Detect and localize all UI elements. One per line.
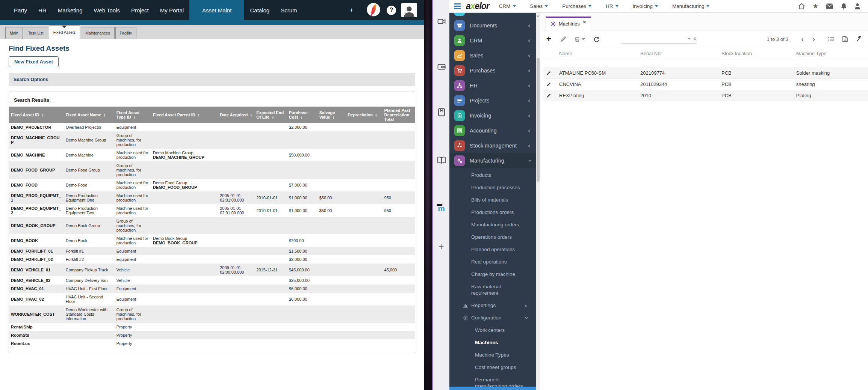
sort-icon[interactable]: ▲▼: [333, 116, 335, 119]
fixed-asset-id-cell[interactable]: DEMO_BOOK: [9, 234, 64, 247]
column-header-machine-type[interactable]: Machine Type: [793, 48, 868, 59]
column-header-expected-end-of-life[interactable]: Expected End Of Life▲▼: [254, 107, 287, 123]
menu-hr[interactable]: HR: [606, 3, 618, 9]
sidebar-item-documents[interactable]: Documents‹: [449, 18, 536, 33]
search-options-caret[interactable]: [688, 38, 691, 40]
fixed-asset-id-cell[interactable]: WORKCENTER_COST: [9, 306, 64, 323]
ofbiz-nav-item-web-tools[interactable]: Web Tools: [88, 0, 126, 20]
fixed-asset-id-cell[interactable]: DEMO_VEHICLE_01: [9, 264, 64, 276]
sidebar-item-projects[interactable]: Projects‹: [449, 93, 536, 108]
sidebar-item-productions-orders[interactable]: Productions orders: [449, 206, 534, 218]
sidebar-item-planned-operations[interactable]: Planned operations: [449, 243, 534, 256]
ofbiz-nav-item-catalog[interactable]: Catalog: [244, 0, 275, 20]
menu-sales[interactable]: Sales: [530, 3, 548, 9]
video-camera-icon[interactable]: [437, 17, 446, 26]
fixed-asset-id-cell[interactable]: DEMO_FOOD: [9, 179, 64, 191]
sidebar-item-manufacturing[interactable]: Manufacturing‹: [449, 153, 536, 168]
sidebar-item-crm[interactable]: CRM‹: [449, 33, 536, 48]
fixed-asset-id-cell[interactable]: DEMO_PROJECTOR: [9, 123, 64, 131]
tab-facility[interactable]: Facility: [115, 27, 137, 39]
sort-icon[interactable]: ▲▼: [103, 114, 106, 117]
sidebar-scrollbar[interactable]: ▲: [536, 13, 540, 390]
fixed-asset-id-cell[interactable]: DEMO_FORKLIFT_02: [9, 255, 64, 264]
home-icon[interactable]: [798, 3, 805, 9]
grid-search-field[interactable]: [622, 35, 697, 44]
ofbiz-nav-item-marketing[interactable]: Marketing: [52, 0, 88, 20]
user-icon[interactable]: [854, 3, 860, 9]
sidebar-item-configuration[interactable]: Configuration‹: [449, 312, 534, 324]
sort-icon[interactable]: ▲▼: [250, 114, 252, 117]
column-header-fixed-asset-name[interactable]: Fixed Asset Name▲▼: [64, 107, 115, 123]
sidebar-item-hr[interactable]: HR‹: [449, 78, 536, 93]
bell-icon[interactable]: [841, 3, 847, 10]
search-input[interactable]: [622, 36, 688, 42]
fixed-asset-id-cell[interactable]: DEMO_PROD_EQUIPMT_2: [9, 204, 64, 217]
delete-dropdown-caret[interactable]: [582, 38, 585, 40]
refresh-button[interactable]: [593, 36, 600, 42]
close-tab-icon[interactable]: ✕: [583, 20, 586, 25]
ofbiz-nav-item-project[interactable]: Project: [126, 0, 154, 20]
edit-pencil-icon[interactable]: [546, 71, 553, 75]
column-header-date-acquired[interactable]: Date Acquired▲▼: [218, 107, 254, 123]
sidebar-item-invoicing[interactable]: Invoicing‹: [449, 108, 536, 123]
sort-icon[interactable]: ▲▼: [198, 114, 200, 117]
ofbiz-nav-item-scrum[interactable]: Scrum: [275, 0, 302, 20]
edit-pencil-icon[interactable]: [546, 93, 553, 98]
sidebar-item-operations-orders[interactable]: Operations orders: [449, 231, 534, 243]
machine-row[interactable]: CNCVINA2011029344PCBshearing: [543, 79, 868, 90]
ofbiz-nav-item-my-portal[interactable]: My Portal: [154, 0, 189, 20]
tab-task-list[interactable]: Task List: [24, 27, 48, 39]
sidebar-item-machine-types[interactable]: Machine Types: [449, 349, 534, 361]
scrollbar-thumb[interactable]: [537, 58, 540, 182]
fixed-asset-id-cell[interactable]: DEMO_MACHINE: [9, 149, 64, 161]
menu-crm[interactable]: CRM: [499, 3, 516, 9]
fixed-asset-id-cell[interactable]: DEMO_MACHINE_GROUP: [9, 131, 64, 149]
menu-purchases[interactable]: Purchases: [562, 3, 591, 9]
column-header-name[interactable]: Name: [556, 48, 637, 59]
fixed-asset-id-cell[interactable]: RoomLux: [9, 339, 64, 348]
sidebar-item-raw-material-requirement[interactable]: Raw material requirement: [449, 280, 534, 299]
sidebar-item-cost-sheet-groups[interactable]: Cost sheet groups: [449, 361, 534, 373]
sidebar-item-real-operations[interactable]: Real operations: [449, 256, 534, 268]
wrench-settings-icon[interactable]: [856, 36, 862, 42]
sidebar-item-accounting[interactable]: Accounting‹: [449, 123, 536, 138]
wallet-icon[interactable]: [437, 62, 446, 72]
fixed-asset-id-cell[interactable]: RentalShip: [9, 323, 64, 331]
fixed-asset-id-cell[interactable]: RoomStd: [9, 331, 64, 339]
machine-row[interactable]: REXPlating2010PCBPlating: [543, 90, 868, 101]
scrollbar-up-arrow[interactable]: ▲: [537, 14, 539, 17]
column-header-fixed-asset-type-id[interactable]: Fixed Asset Type ID▲▼: [115, 107, 151, 123]
fixed-asset-id-cell[interactable]: DEMO_PROD_EQUIPMT_1: [9, 191, 64, 204]
fixed-asset-id-cell[interactable]: DEMO_FOOD_GROUP: [9, 161, 64, 179]
sidebar-item-machines[interactable]: Machines: [449, 336, 534, 349]
search-icon[interactable]: [693, 36, 697, 42]
ofbiz-nav-item-party[interactable]: Party: [8, 0, 33, 20]
star-icon[interactable]: ★: [813, 2, 818, 10]
column-header-purchase-cost[interactable]: Purchase Cost▲▼: [287, 107, 318, 123]
tab-machines[interactable]: Machines ✕: [546, 17, 591, 30]
sort-icon[interactable]: ▲▼: [41, 114, 44, 117]
search-options-bar[interactable]: Search Options: [9, 73, 415, 86]
column-header-depreciation[interactable]: Depreciation▲▼: [346, 107, 382, 123]
add-record-button[interactable]: +: [546, 35, 551, 43]
tab-maintenances[interactable]: Maintenances: [81, 27, 114, 39]
grid-view-icon[interactable]: [828, 36, 834, 42]
delete-record-button[interactable]: [575, 36, 585, 42]
sidebar-item-production-processes[interactable]: Production processes: [449, 181, 534, 194]
sidebar-item-calendar[interactable]: Calendar‹: [449, 13, 536, 18]
fixed-asset-id-cell[interactable]: DEMO_HVAC_01: [9, 285, 64, 293]
menu-invoicing[interactable]: Invoicing: [633, 3, 658, 9]
sort-icon[interactable]: ▲▼: [375, 114, 377, 117]
tab-main[interactable]: Main: [5, 27, 23, 39]
sidebar-item-purchases[interactable]: Purchases‹: [449, 63, 536, 78]
new-fixed-asset-button[interactable]: New Fixed Asset: [9, 56, 59, 67]
open-book-icon[interactable]: [437, 155, 446, 165]
sidebar-item-reportings[interactable]: Reportings‹: [449, 299, 534, 312]
column-header-serial-nbr[interactable]: Serial Nbr: [637, 48, 718, 59]
user-avatar[interactable]: [401, 3, 417, 17]
menu-manufacturing[interactable]: Manufacturing: [672, 3, 710, 9]
column-header-salvage-value[interactable]: Salvage Value▲▼: [318, 107, 346, 123]
column-header-stock-location[interactable]: Stock location: [718, 48, 793, 59]
form-view-icon[interactable]: [842, 36, 848, 42]
hamburger-menu-icon[interactable]: [454, 3, 461, 9]
